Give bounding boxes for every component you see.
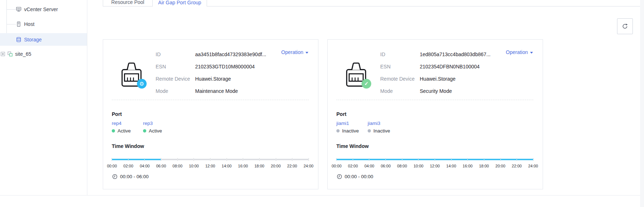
tab-label: Resource Pool [111, 0, 144, 5]
operation-menu[interactable]: Operation [281, 49, 308, 55]
port-item: jiami1 Inactive [336, 121, 368, 134]
site-icon [7, 51, 13, 57]
status-dot [336, 129, 340, 132]
port-section-title: Port [336, 111, 346, 117]
port-list: jiami1 Inactive jiami3 Inactive [336, 121, 399, 134]
device-icon-wrap: ⚙ [120, 61, 143, 87]
field-value-mode: Maintenance Mode [195, 88, 238, 94]
port-link[interactable]: rep3 [143, 121, 174, 126]
field-label: Mode [380, 88, 420, 94]
clock-icon [112, 174, 118, 179]
port-link[interactable]: jiami3 [368, 121, 399, 126]
sidebar-item-label: Storage [24, 37, 42, 42]
scroll-strip [640, 0, 644, 207]
sidebar-item-label: vCenter Server [24, 6, 58, 12]
field-label: ID [380, 51, 420, 57]
server-icon [16, 6, 22, 12]
storage-icon [16, 37, 22, 42]
status-dot [368, 129, 371, 132]
sidebar-item-storage[interactable]: Storage [16, 35, 42, 44]
selected-row-highlight [0, 33, 87, 46]
clock-icon [337, 174, 342, 179]
dashed-divider [112, 100, 309, 100]
status-label: Active [118, 128, 131, 134]
field-label: ESN [380, 64, 420, 69]
field-value-id: aa3451b8facd47329383e90df... [195, 51, 266, 57]
port-link[interactable]: rep4 [112, 121, 143, 126]
operation-label: Operation [281, 49, 303, 55]
sidebar-item-host[interactable]: Host [16, 19, 34, 29]
field-label: Remote Device [156, 76, 195, 82]
tab-label: Air Gap Port Group [158, 0, 201, 5]
airgap-card-2: Operation ✓ ID1ed805a713cc4bad803db867..… [327, 39, 543, 189]
field-value-mode: Security Mode [420, 88, 452, 94]
refresh-icon [621, 23, 629, 30]
bottom-divider [0, 195, 644, 195]
chevron-down-icon [305, 52, 308, 54]
expand-toggle-icon[interactable] [1, 52, 5, 56]
device-info: IDaa3451b8facd47329383e90df... ESN210235… [156, 48, 266, 97]
status-label: Inactive [373, 128, 390, 134]
timeline-tick-labels: 00:0002:0004:0006:0008:0010:0012:0014:00… [330, 164, 540, 168]
field-value-id: 1ed805a713cc4bad803db867... [420, 51, 491, 57]
airgap-card-1: Operation ⚙ IDaa3451b8facd47329383e90df.… [103, 39, 318, 189]
dashed-divider [336, 100, 533, 100]
time-window-title: Time Window [336, 143, 369, 149]
field-value-remote-device: Huawei.Storage [420, 76, 456, 82]
field-value-esn: 2102353GTD10M8000004 [195, 64, 255, 69]
tab-air-gap-port-group[interactable]: Air Gap Port Group [152, 0, 207, 6]
port-item: jiami3 Inactive [368, 121, 399, 134]
tree-node-label: site_65 [15, 51, 31, 57]
sidebar-divider [87, 0, 87, 195]
device-icon-wrap: ✓ [345, 61, 367, 87]
time-window-title: Time Window [112, 143, 144, 149]
refresh-button[interactable] [617, 18, 633, 34]
port-item: rep3 Active [143, 121, 174, 134]
time-range-label: 00:00 - 06:00 [120, 174, 149, 179]
port-link[interactable]: jiami1 [336, 121, 368, 126]
time-range: 00:00 - 00:00 [337, 174, 373, 179]
port-list: rep4 Active rep3 Active [112, 121, 174, 134]
operation-label: Operation [506, 49, 528, 55]
timeline-fill [112, 159, 161, 160]
chevron-down-icon [530, 52, 533, 54]
sidebar: vCenter Server Host Storage [0, 0, 87, 195]
time-range: 00:00 - 06:00 [112, 174, 149, 179]
tab-resource-pool[interactable]: Resource Pool [103, 0, 153, 6]
timeline-tick-labels: 00:0002:0004:0006:0008:0010:0012:0014:00… [105, 164, 315, 168]
sidebar-item-label: Host [24, 21, 34, 27]
sidebar-item-vcenter-server[interactable]: vCenter Server [16, 5, 58, 14]
field-label: Remote Device [380, 76, 420, 82]
screen: vCenter Server Host Storage [0, 0, 644, 207]
status-dot [112, 129, 115, 132]
field-label: Mode [156, 88, 195, 94]
port-section-title: Port [112, 111, 122, 117]
device-info: ID1ed805a713cc4bad803db867... ESN2102354… [380, 48, 491, 97]
time-range-label: 00:00 - 00:00 [345, 174, 373, 179]
field-label: ID [156, 51, 195, 57]
tree-node-site[interactable]: site_65 [1, 49, 31, 59]
tree-connector [6, 24, 16, 24]
operation-menu[interactable]: Operation [506, 49, 533, 55]
field-label: ESN [156, 64, 195, 69]
field-value-remote-device: Huawei.Storage [195, 76, 231, 82]
check-badge-icon: ✓ [362, 79, 371, 89]
host-icon [16, 21, 22, 27]
field-value-esn: 2102354DFBN0NB100004 [420, 64, 480, 69]
status-label: Active [149, 128, 162, 134]
port-item: rep4 Active [112, 121, 143, 134]
timeline-track [336, 159, 533, 160]
status-dot [143, 129, 146, 132]
tree-connector [6, 9, 16, 10]
gear-badge-icon: ⚙ [137, 79, 147, 89]
timeline-track [112, 159, 309, 160]
status-label: Inactive [342, 128, 359, 134]
